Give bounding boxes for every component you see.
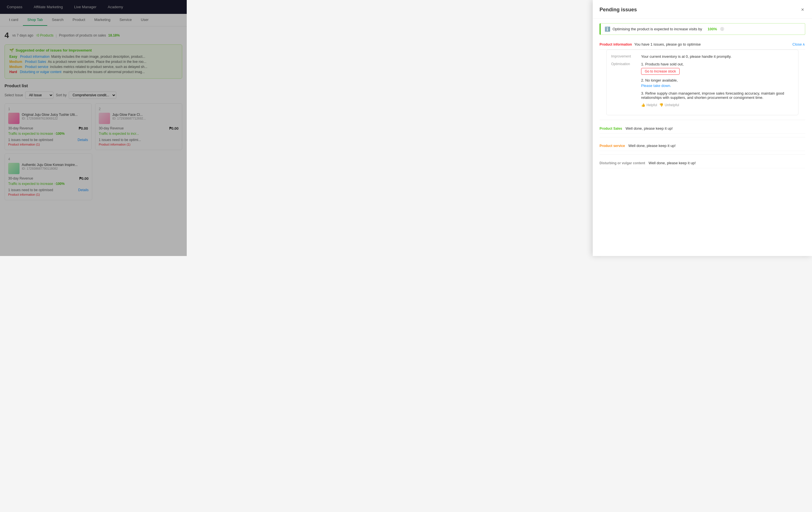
overlay-backdrop <box>0 0 187 256</box>
